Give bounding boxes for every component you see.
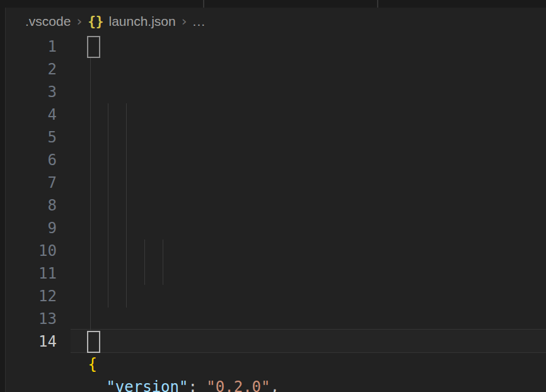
indent-guide	[163, 239, 163, 285]
code-token: "version"	[106, 378, 188, 392]
code-token: ,	[270, 378, 279, 392]
line-number-gutter[interactable]: 1234567891011121314	[6, 35, 57, 353]
code-line[interactable]: {	[88, 353, 546, 376]
tab-separator	[377, 0, 378, 8]
indent-guide	[90, 58, 91, 330]
chevron-right-icon: ›	[182, 13, 187, 29]
bracket-match-box	[87, 36, 100, 58]
code-token: :	[188, 378, 206, 392]
line-number[interactable]: 7	[6, 171, 57, 194]
line-number[interactable]: 12	[6, 285, 57, 308]
line-number[interactable]: 5	[6, 126, 57, 149]
line-number[interactable]: 3	[6, 81, 57, 103]
line-number[interactable]: 4	[6, 103, 57, 126]
code-token: "0.2.0"	[206, 378, 270, 392]
breadcrumb-file[interactable]: launch.json	[108, 14, 175, 29]
breadcrumb-folder[interactable]: .vscode	[25, 14, 71, 29]
json-braces-icon: {}	[88, 14, 103, 29]
line-number[interactable]: 10	[6, 239, 57, 262]
line-number[interactable]: 11	[6, 262, 57, 285]
breadcrumb-symbol-ellipsis[interactable]: ...	[193, 14, 206, 29]
code-content[interactable]: { "version": "0.2.0", "configurations": …	[88, 353, 546, 392]
tab-bar	[0, 0, 546, 8]
tab-separator	[203, 0, 204, 8]
line-number[interactable]: 8	[6, 194, 57, 217]
indent-guide	[144, 239, 145, 285]
chevron-right-icon: ›	[76, 13, 82, 29]
line-number[interactable]: 6	[6, 149, 57, 171]
bracket-match-box	[87, 331, 100, 353]
line-number[interactable]: 9	[6, 217, 57, 239]
breadcrumb: .vscode › {} launch.json › ...	[6, 8, 546, 35]
code-line[interactable]: "version": "0.2.0",	[88, 376, 546, 392]
window-edge	[0, 0, 6, 392]
line-number[interactable]: 1	[6, 35, 57, 58]
indent-guide	[108, 103, 108, 308]
code-token	[88, 378, 107, 392]
line-number[interactable]: 13	[6, 308, 57, 330]
indent-guide	[126, 103, 127, 308]
line-number[interactable]: 2	[6, 58, 57, 81]
code-token: {	[88, 355, 97, 373]
current-line-highlight	[71, 329, 546, 353]
line-number[interactable]: 14	[6, 330, 57, 353]
editor[interactable]: 1234567891011121314 { "version": "0.2.0"…	[6, 35, 546, 392]
